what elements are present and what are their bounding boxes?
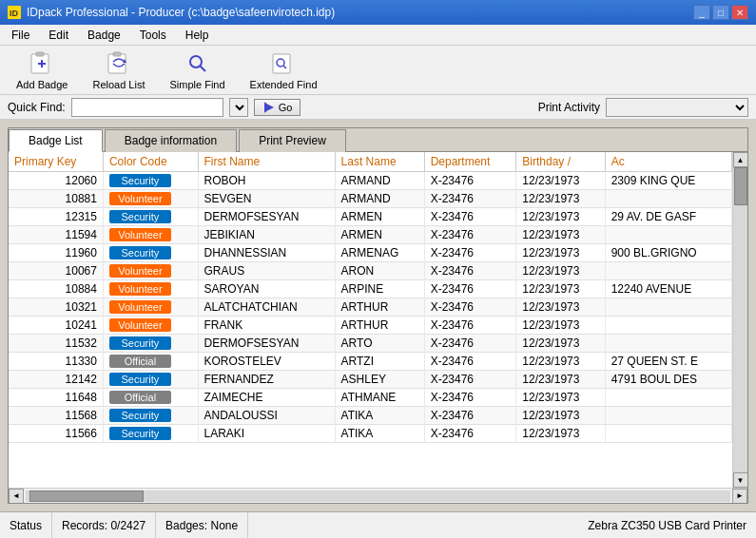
table-cell: X-23476 [424, 335, 516, 353]
table-cell: DERMOFSESYAN [198, 208, 335, 226]
table-row[interactable]: 10321VolunteerALATCHATCHIANARTHURX-23476… [9, 298, 732, 317]
menu-edit[interactable]: Edit [41, 27, 76, 44]
table-cell: Security [103, 335, 198, 353]
color-badge: Security [109, 427, 171, 440]
tab-print-preview[interactable]: Print Preview [239, 129, 346, 152]
maximize-button[interactable]: □ [712, 5, 729, 20]
scroll-h-track[interactable] [26, 490, 730, 502]
table-cell: 29 AV. DE GASF [605, 208, 731, 226]
quick-find-bar: Quick Find: Go Print Activity [0, 95, 756, 120]
table-cell [605, 335, 731, 353]
table-row[interactable]: 11330OfficialKOROSTELEVARTZIX-2347612/23… [9, 353, 732, 371]
table-cell: ARMAND [335, 172, 424, 190]
menu-file[interactable]: File [4, 27, 37, 44]
table-cell: 12/23/1973 [516, 389, 605, 407]
extended-find-icon [270, 50, 297, 77]
status-segment-printer: Zebra ZC350 USB Card Printer [578, 512, 756, 538]
table-cell: ATIKA [335, 425, 424, 443]
table-cell: ASHLEY [335, 371, 424, 389]
table-cell: Volunteer [103, 262, 198, 280]
table-row[interactable]: 10067VolunteerGRAUSARONX-2347612/23/1973 [9, 262, 732, 280]
scroll-track[interactable] [733, 167, 748, 472]
table-cell: Security [103, 407, 198, 425]
title-bar-controls[interactable]: _ □ ✕ [693, 5, 748, 20]
status-segment-status: Status [0, 512, 52, 538]
table-row[interactable]: 11532SecurityDERMOFSESYANARTOX-2347612/2… [9, 335, 732, 353]
table-row[interactable]: 10881VolunteerSEVGENARMANDX-2347612/23/1… [9, 190, 732, 208]
table-cell: 27 QUEEN ST. E [605, 353, 731, 371]
vertical-scrollbar[interactable]: ▲ ▼ [732, 152, 747, 488]
color-badge: Volunteer [109, 228, 171, 241]
scroll-right-button[interactable]: ► [732, 489, 747, 504]
table-cell: 12/23/1973 [516, 244, 605, 262]
col-primary-key: Primary Key [9, 152, 103, 172]
table-row[interactable]: 12060SecurityROBOHARMANDX-2347612/23/197… [9, 172, 732, 190]
table-cell: 12/23/1973 [516, 208, 605, 226]
print-activity-select[interactable] [606, 98, 748, 117]
table-row[interactable]: 12142SecurityFERNANDEZASHLEYX-2347612/23… [9, 371, 732, 389]
reload-list-button[interactable]: Reload List [84, 46, 153, 95]
table-row[interactable]: 11568SecurityANDALOUSSIATIKAX-2347612/23… [9, 407, 732, 425]
color-badge: Security [109, 373, 171, 386]
table-cell: 12/23/1973 [516, 262, 605, 280]
table-cell: ARPINE [335, 280, 424, 298]
menu-help[interactable]: Help [178, 27, 217, 44]
scroll-down-button[interactable]: ▼ [733, 472, 748, 488]
add-badge-button[interactable]: Add Badge [8, 46, 76, 95]
simple-find-button[interactable]: Simple Find [161, 46, 233, 95]
table-cell: Volunteer [103, 317, 198, 335]
menu-tools[interactable]: Tools [132, 27, 174, 44]
table-cell: ALATCHATCHIAN [198, 298, 335, 317]
table-cell: 12142 [9, 371, 103, 389]
table-row[interactable]: 11566SecurityLARAKIATIKAX-2347612/23/197… [9, 425, 732, 443]
scroll-left-button[interactable]: ◄ [9, 489, 24, 504]
table-cell: 11648 [9, 389, 103, 407]
table-cell: 4791 BOUL DES [605, 371, 731, 389]
table-cell: 12/23/1973 [516, 226, 605, 244]
title-bar: ID IDpack Professional - Producer (c:\ba… [0, 0, 756, 25]
table-cell: ARTO [335, 335, 424, 353]
table-cell [605, 317, 731, 335]
scroll-up-button[interactable]: ▲ [733, 152, 748, 167]
table-cell: DHANNESSIAN [198, 244, 335, 262]
color-badge: Volunteer [109, 264, 171, 278]
quick-find-input[interactable] [71, 98, 223, 117]
table-cell: X-23476 [424, 353, 516, 371]
status-text: Status [10, 519, 42, 532]
quick-find-label: Quick Find: [8, 101, 66, 114]
col-color-code: Color Code [103, 152, 198, 172]
table-container[interactable]: Primary Key Color Code First Name Last N… [9, 152, 732, 488]
table-row[interactable]: 11960SecurityDHANNESSIANARMENAGX-2347612… [9, 244, 732, 262]
table-cell: Official [103, 389, 198, 407]
table-cell: X-23476 [424, 407, 516, 425]
scroll-h-thumb[interactable] [29, 490, 144, 502]
horizontal-scrollbar[interactable]: ◄ ► [9, 488, 747, 503]
svg-rect-6 [108, 54, 126, 73]
color-badge: Security [109, 336, 171, 350]
tab-badge-information[interactable]: Badge information [105, 129, 237, 152]
table-cell: 11568 [9, 407, 103, 425]
table-row[interactable]: 11648OfficialZAIMECHEATHMANEX-2347612/23… [9, 389, 732, 407]
table-row[interactable]: 12315SecurityDERMOFSESYANARMENX-2347612/… [9, 208, 732, 226]
table-cell: 12/23/1973 [516, 425, 605, 443]
menu-bar: File Edit Badge Tools Help [0, 25, 756, 46]
table-row[interactable]: 11594VolunteerJEBIKIANARMENX-2347612/23/… [9, 226, 732, 244]
table-cell: DERMOFSESYAN [198, 335, 335, 353]
go-button[interactable]: Go [254, 99, 301, 116]
quick-find-dropdown[interactable] [229, 98, 248, 117]
table-cell [605, 190, 731, 208]
color-badge: Security [109, 174, 171, 187]
close-button[interactable]: ✕ [731, 5, 748, 20]
extended-find-button[interactable]: Extended Find [242, 46, 326, 95]
minimize-button[interactable]: _ [693, 5, 710, 20]
table-row[interactable]: 10241VolunteerFRANKARTHURX-2347612/23/19… [9, 317, 732, 335]
col-first-name: First Name [198, 152, 335, 172]
scroll-thumb[interactable] [734, 167, 747, 205]
reload-list-icon [106, 50, 132, 77]
menu-badge[interactable]: Badge [80, 27, 128, 44]
table-cell: ATHMANE [335, 389, 424, 407]
tab-badge-list[interactable]: Badge List [9, 129, 103, 152]
col-last-name: Last Name [335, 152, 424, 172]
table-row[interactable]: 10884VolunteerSAROYANARPINEX-2347612/23/… [9, 280, 732, 298]
table-cell: X-23476 [424, 208, 516, 226]
